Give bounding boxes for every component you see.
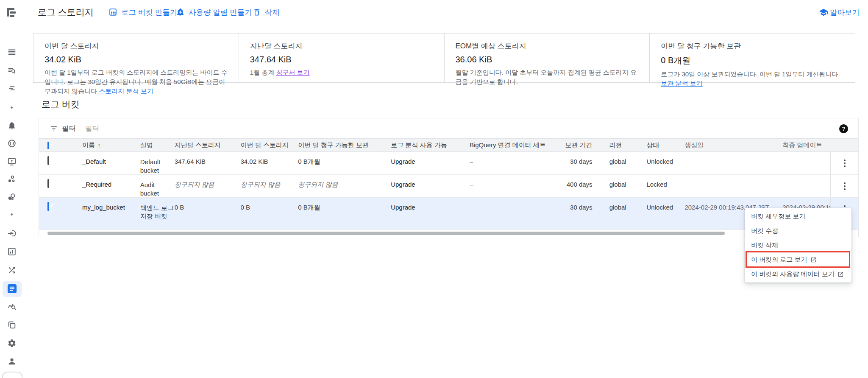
column-header-last-month[interactable]: 지난달 스토리지: [175, 141, 241, 149]
user-profile-icon[interactable]: [7, 357, 17, 367]
log-router-icon[interactable]: [7, 266, 17, 276]
column-label: 이름: [82, 141, 95, 149]
delete-icon: [253, 8, 261, 17]
dot-icon: [11, 106, 13, 109]
card-billable-retention: 이번 달 청구 가능한 보관 0 B개월 로그가 30일 이상 보관되었습니다.…: [650, 34, 855, 82]
menu-item-label: 버킷 수정: [751, 227, 778, 235]
last-month-storage: 0 B: [175, 198, 241, 230]
analytics-box-icon[interactable]: [7, 247, 17, 257]
services-network-icon[interactable]: [7, 174, 17, 185]
column-header-log-analytics[interactable]: 로그 분석 사용 가능: [391, 141, 470, 149]
open-in-new-icon: [810, 257, 817, 263]
updated-date: [782, 175, 830, 197]
create-log-bucket-button[interactable]: 로그 버킷 만들기: [108, 0, 177, 24]
error-reporting-icon[interactable]: [7, 139, 17, 149]
metrics-explorer-icon[interactable]: [7, 302, 17, 312]
top-app-bar: 로그 스토리지 로그 버킷 만들기 사용량 알림 만들기 삭제 알아보기: [0, 0, 868, 24]
usage-alert-icon: [176, 8, 185, 17]
logs-list-icon[interactable]: [7, 48, 17, 58]
column-header-bigquery-dataset[interactable]: BigQuery 연결 데이터 세트: [470, 141, 547, 149]
column-header-this-month[interactable]: 이번 달 스토리지: [241, 141, 298, 149]
retention-period: 30 days: [547, 198, 609, 230]
menu-item-edit-bucket[interactable]: 버킷 수정: [745, 224, 851, 238]
log-fields-icon[interactable]: [7, 84, 17, 94]
filter-input[interactable]: [85, 124, 467, 132]
menu-item-view-bucket-details[interactable]: 버킷 세부정보 보기: [745, 209, 851, 224]
retention-period: 400 days: [547, 175, 609, 197]
menu-item-label: 이 버킷의 로그 보기: [751, 256, 807, 264]
uptime-monitor-icon[interactable]: [7, 157, 17, 167]
card-title: EOM별 예상 스토리지: [456, 41, 639, 51]
traces-icon[interactable]: [7, 192, 17, 202]
this-month-storage: 34.02 KiB: [241, 152, 298, 174]
column-header-region[interactable]: 리전: [609, 141, 647, 149]
column-header-billable-retention[interactable]: 이번 달 청구 가능한 보관: [298, 141, 391, 149]
card-value: 36.06 KiB: [456, 55, 639, 64]
column-header-last-updated[interactable]: 최종 업데이트: [782, 141, 830, 149]
region: global: [609, 198, 647, 230]
view-invoice-link[interactable]: 청구서 보기: [276, 69, 309, 76]
status: Locked: [647, 175, 685, 197]
learn-more-link[interactable]: 알아보기: [819, 0, 860, 24]
bigquery-dataset: –: [470, 152, 547, 174]
row-actions-cell: [830, 152, 858, 174]
menu-item-view-bucket-usage-data[interactable]: 이 버킷의 사용량 데이터 보기: [745, 267, 851, 281]
retention-analysis-link[interactable]: 보관 분석 보기: [661, 80, 702, 87]
column-header-description[interactable]: 설명: [140, 141, 175, 149]
bucket-name: _Required: [82, 175, 140, 197]
upgrade-link[interactable]: Upgrade: [391, 198, 470, 230]
checkbox-unchecked[interactable]: [47, 179, 49, 188]
help-icon[interactable]: ?: [839, 124, 848, 133]
checkbox-checked[interactable]: [47, 202, 49, 211]
status: Unlocked: [647, 198, 685, 230]
region: global: [609, 175, 647, 197]
this-month-storage: 0 B: [241, 198, 298, 230]
row-actions-cell: [830, 175, 858, 197]
table-row[interactable]: _Default Default bucket 347.64 KiB 34.02…: [39, 152, 858, 175]
column-header-name[interactable]: 이름↑: [82, 141, 140, 149]
card-description: 1월 총계 청구서 보기: [250, 68, 433, 77]
button-label: 로그 버킷 만들기: [121, 7, 177, 17]
row-menu-button[interactable]: [840, 156, 850, 171]
hexagon-cluster-icon[interactable]: [2, 372, 22, 378]
checkbox-indeterminate[interactable]: [47, 142, 49, 149]
row-menu-button[interactable]: [840, 179, 850, 193]
select-all-checkbox[interactable]: [39, 142, 82, 149]
this-month-storage: 청구되지 않음: [241, 175, 298, 197]
horizontal-scrollbar: [39, 230, 858, 237]
bucket-name: _Default: [82, 152, 140, 174]
storage-analysis-link[interactable]: 스토리지 분석 보기: [99, 87, 153, 95]
table-row[interactable]: _Required Audit bucket 청구되지 않음 청구되지 않음 청…: [39, 175, 858, 198]
log-search-icon[interactable]: [7, 66, 17, 76]
row-checkbox-cell: [39, 175, 82, 197]
scrollbar-thumb[interactable]: [47, 232, 725, 235]
upgrade-link[interactable]: Upgrade: [391, 175, 470, 197]
copy-pages-icon[interactable]: [7, 320, 17, 330]
last-month-storage: 347.64 KiB: [175, 152, 241, 174]
card-desc-text: 1월 총계: [250, 69, 276, 76]
checkbox-unchecked[interactable]: [47, 156, 49, 165]
column-header-retention-period[interactable]: 보관 기간: [547, 141, 609, 149]
upgrade-link[interactable]: Upgrade: [391, 152, 470, 174]
alerts-bell-icon[interactable]: [7, 121, 17, 131]
ingestion-icon[interactable]: [7, 229, 17, 239]
table-row-selected[interactable]: my_log_bucket 백엔드 로그 저장 버킷 0 B 0 B 0 B개월…: [39, 198, 858, 230]
filter-label: 필터: [62, 124, 76, 133]
create-usage-alert-button[interactable]: 사용량 알림 만들기: [176, 0, 252, 24]
menu-item-delete-bucket[interactable]: 버킷 삭제: [745, 238, 851, 252]
column-header-status[interactable]: 상태: [647, 141, 685, 149]
created-date: [684, 175, 782, 197]
card-description: 이번 달 1일부터 로그 버킷의 스토리지에 스트리밍되는 바이트 수입니다. …: [45, 68, 228, 95]
graduation-cap-icon: [819, 8, 828, 17]
card-this-month-storage: 이번 달 스토리지 34.02 KiB 이번 달 1일부터 로그 버킷의 스토리…: [33, 34, 239, 82]
status: Unlocked: [647, 152, 685, 174]
delete-button[interactable]: 삭제: [253, 0, 280, 24]
log-storage-active-icon[interactable]: [7, 284, 17, 294]
card-desc-text: 월말 기준입니다. 이달 초부터 오늘까지 집계된 평균 스토리지 요금을 기반…: [456, 69, 637, 85]
menu-item-view-bucket-logs[interactable]: 이 버킷의 로그 보기: [745, 252, 851, 267]
settings-gear-icon[interactable]: [7, 339, 17, 349]
billable-retention: 0 B개월: [298, 198, 391, 230]
column-header-created[interactable]: 생성일: [684, 141, 782, 149]
card-description: 월말 기준입니다. 이달 초부터 오늘까지 집계된 평균 스토리지 요금을 기반…: [456, 68, 639, 87]
filter-funnel-icon: [50, 125, 58, 132]
